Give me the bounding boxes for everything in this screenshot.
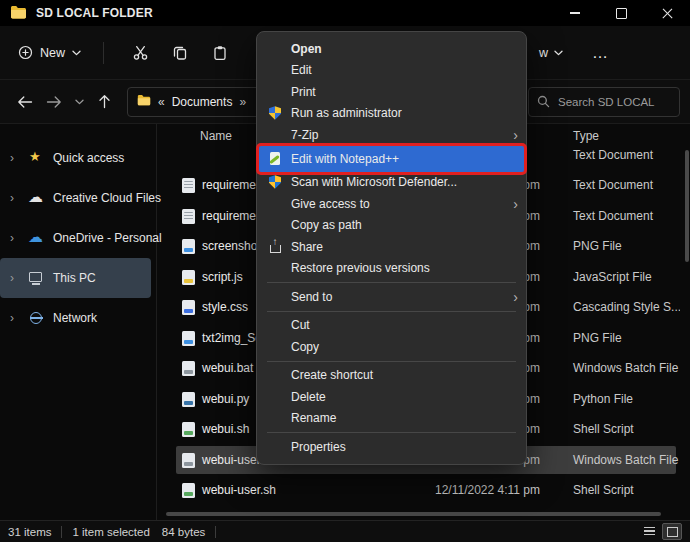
menu-item-icon (267, 389, 283, 405)
close-button[interactable] (644, 0, 690, 26)
file-type: Text Document (573, 209, 653, 223)
horizontal-scrollbar-thumb[interactable] (166, 512, 661, 516)
context-menu-item-rename[interactable]: Rename › (257, 408, 526, 430)
arrow-up-icon (98, 94, 111, 109)
selection-count: 1 item selected (72, 526, 149, 538)
menu-item-icon (267, 439, 283, 455)
paste-button[interactable] (200, 36, 240, 70)
window-controls (552, 0, 690, 26)
column-header-type[interactable]: Type (573, 129, 599, 143)
status-bar: 31 items 1 item selected 84 bytes (0, 520, 690, 542)
context-menu-item-share[interactable]: Share › (257, 236, 526, 258)
expand-chevron-icon[interactable]: › (10, 191, 19, 205)
up-button[interactable] (91, 87, 117, 117)
context-menu-item-copy-as-path[interactable]: Copy as path › (257, 215, 526, 237)
expand-chevron-icon[interactable]: › (10, 231, 19, 245)
context-menu-item-7-zip[interactable]: 7-Zip › (257, 124, 526, 146)
minimize-button[interactable] (552, 0, 598, 26)
context-menu-item-cut[interactable]: Cut › (257, 315, 526, 337)
context-menu-item-open[interactable]: Open › (257, 38, 526, 60)
py-file-icon (182, 392, 195, 407)
star-icon (28, 150, 44, 166)
context-menu-item-create-shortcut[interactable]: Create shortcut › (257, 365, 526, 387)
recent-locations-button[interactable] (70, 87, 88, 117)
view-toggles (639, 523, 682, 540)
search-icon (537, 95, 550, 108)
share-icon (267, 239, 283, 255)
vertical-scrollbar[interactable] (684, 150, 689, 504)
menu-item-icon (267, 196, 283, 212)
sidebar-item-creative-cloud-files[interactable]: › Creative Cloud Files (0, 178, 151, 218)
context-menu-item-scan-with-microsoft-defender[interactable]: Scan with Microsoft Defender... › (257, 172, 526, 194)
menu-item-label: Edit (291, 63, 513, 77)
file-explorer-window: SD LOCAL FOLDER New w … (0, 0, 690, 542)
sidebar-item-this-pc[interactable]: › This PC (0, 258, 151, 298)
file-name: style.css (202, 300, 248, 314)
forward-button[interactable] (41, 87, 67, 117)
menu-item-icon (267, 339, 283, 355)
file-type: JavaScript File (573, 270, 652, 284)
text-file-icon (182, 178, 195, 193)
view-button-partial[interactable]: w (533, 26, 569, 80)
context-menu-item-edit-with-notepad[interactable]: Edit with Notepad++ › (259, 146, 524, 172)
copy-button[interactable] (160, 36, 200, 70)
file-name: requiremen (202, 209, 263, 223)
context-menu-item-print[interactable]: Print › (257, 81, 526, 103)
sidebar-item-quick-access[interactable]: › Quick access (0, 138, 151, 178)
sidebar-item-network[interactable]: › Network (0, 298, 151, 338)
menu-item-label: Cut (291, 318, 513, 332)
breadcrumb-overflow-chevron[interactable]: « (158, 95, 165, 109)
context-menu-item-edit[interactable]: Edit › (257, 60, 526, 82)
png-file-icon (182, 239, 195, 254)
new-button[interactable]: New (14, 39, 85, 66)
sidebar-item-onedrive-personal[interactable]: › OneDrive - Personal (0, 218, 151, 258)
context-menu-item-properties[interactable]: Properties › (257, 436, 526, 458)
see-more-button[interactable]: … (586, 26, 614, 80)
menu-item-label: Restore previous versions (291, 261, 513, 275)
expand-chevron-icon[interactable]: › (10, 311, 19, 325)
vertical-scrollbar-thumb[interactable] (685, 150, 689, 262)
menu-item-icon (267, 410, 283, 426)
search-input[interactable] (556, 95, 671, 109)
maximize-button[interactable] (598, 0, 644, 26)
expand-chevron-icon[interactable]: › (10, 271, 19, 285)
column-header-name[interactable]: Name (200, 129, 232, 143)
menu-item-icon (267, 41, 283, 57)
file-name: screenshot (202, 239, 261, 253)
list-view-button[interactable] (639, 523, 659, 540)
file-date-modified: 12/11/2022 4:11 pm (435, 483, 540, 497)
chevron-down-icon (554, 50, 563, 56)
file-row-webui-user-sh[interactable]: webui-user.sh 12/11/2022 4:11 pm Shell S… (158, 475, 680, 506)
items-count: 31 items (8, 526, 51, 538)
submenu-chevron-icon: › (513, 290, 518, 304)
file-type: Shell Script (573, 483, 634, 497)
horizontal-scrollbar[interactable] (166, 512, 676, 516)
expand-chevron-icon[interactable]: › (10, 151, 19, 165)
context-menu-item-send-to[interactable]: Send to › (257, 286, 526, 308)
sh-file-icon (182, 483, 195, 498)
chevron-down-icon (75, 99, 84, 105)
context-menu-item-restore-previous-versions[interactable]: Restore previous versions › (257, 258, 526, 280)
menu-item-label: Properties (291, 440, 513, 454)
menu-item-icon (267, 289, 283, 305)
menu-item-label: Give access to (291, 197, 513, 211)
context-menu-item-delete[interactable]: Delete › (257, 386, 526, 408)
context-menu-separator (267, 311, 516, 312)
breadcrumb-location[interactable]: Documents (172, 95, 233, 109)
menu-item-label: Scan with Microsoft Defender... (291, 175, 513, 189)
back-button[interactable] (12, 87, 38, 117)
search-box (528, 87, 680, 117)
menu-item-icon (267, 367, 283, 383)
submenu-chevron-icon: › (513, 197, 518, 211)
breadcrumb-chevron[interactable]: » (239, 95, 246, 109)
arrow-right-icon (46, 95, 62, 109)
js-file-icon (182, 270, 195, 285)
details-view-button[interactable] (662, 523, 682, 540)
text-file-icon (182, 209, 195, 224)
context-menu-item-run-as-administrator[interactable]: Run as administrator › (257, 103, 526, 125)
context-menu-item-give-access-to[interactable]: Give access to › (257, 193, 526, 215)
cut-button[interactable] (120, 36, 160, 70)
menu-item-icon (267, 62, 283, 78)
menu-item-label: Copy as path (291, 218, 513, 232)
context-menu-item-copy[interactable]: Copy › (257, 336, 526, 358)
